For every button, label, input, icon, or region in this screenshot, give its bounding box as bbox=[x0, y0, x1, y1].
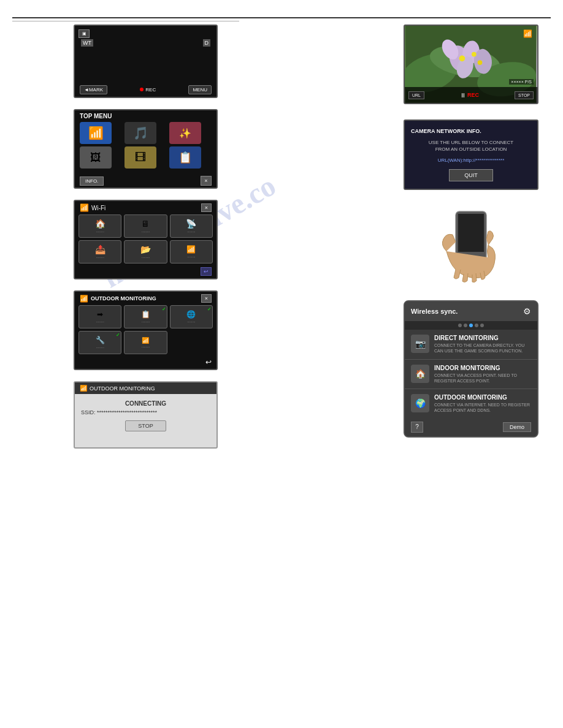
ssid-text: SSID: **************************** bbox=[81, 409, 210, 415]
rec-dot bbox=[140, 88, 144, 91]
top-rule bbox=[12, 17, 551, 18]
svg-point-11 bbox=[478, 60, 483, 65]
outdoor-monitoring-icon: 🌍 bbox=[411, 394, 429, 412]
wifi-item-pc[interactable]: 🖥 ········ bbox=[124, 214, 167, 238]
connecting-stop-button[interactable]: STOP bbox=[125, 420, 166, 431]
corner-icon: ▣ bbox=[79, 29, 90, 38]
menu-grid: 📶 🎵 ✨ 🖼 🎞 📋 bbox=[75, 122, 216, 169]
wifi-item-signal[interactable]: 📶 ········ bbox=[170, 240, 213, 264]
menu-item-wifi[interactable]: 📶 bbox=[80, 122, 112, 144]
flower-bottom-bar: URL ⏸ REC STOP bbox=[405, 87, 537, 103]
app-footer: ? Demo bbox=[405, 418, 537, 436]
demo-button[interactable]: Demo bbox=[503, 422, 531, 432]
dot-2 bbox=[464, 324, 467, 327]
direct-monitoring-icon: 📷 bbox=[411, 335, 429, 353]
dot-4 bbox=[475, 324, 478, 327]
flower-stop-button[interactable]: STOP bbox=[515, 91, 534, 99]
dot-1 bbox=[458, 324, 462, 327]
app-title: Wireless sync. bbox=[411, 308, 458, 315]
direct-monitoring-item[interactable]: 📷 DIRECT MONITORING CONNECT TO THE CAMER… bbox=[405, 330, 537, 359]
wifi-item-home[interactable]: 🏠 ········ bbox=[79, 214, 121, 238]
outdoor-monitoring-content: OUTDOOR MONITORING CONNECT VIA INTERNET.… bbox=[434, 394, 531, 413]
wifi-title-bar: 📶 Wi-Fi × bbox=[75, 201, 216, 214]
d-label: D bbox=[203, 39, 211, 47]
wifi-panel: 📶 Wi-Fi × 🏠 ········ 🖥 ········ 📡 ······… bbox=[74, 200, 218, 279]
top-rule-thin bbox=[12, 21, 239, 21]
indoor-monitoring-item[interactable]: 🏠 INDOOR MONITORING CONNECT VIA ACCESS P… bbox=[405, 360, 537, 389]
od-close-button[interactable]: × bbox=[201, 294, 212, 303]
od-item-ddns[interactable]: 📋 ✓ ········ bbox=[124, 305, 167, 328]
wifi-item-broadcast[interactable]: 📡 ········ bbox=[170, 214, 213, 238]
direct-monitoring-desc: CONNECT TO THE CAMERA DIRECTLY. YOU CAN … bbox=[434, 343, 531, 354]
menu-item-film[interactable]: 🎞 bbox=[124, 146, 156, 169]
od-item-http[interactable]: 🌐 ✓ ········ bbox=[170, 305, 213, 328]
od-title-text: 📶 OUTDOOR MONITORING bbox=[80, 295, 156, 303]
menu-item-music[interactable]: 🎵 bbox=[124, 122, 156, 144]
indoor-monitoring-content: INDOOR MONITORING CONNECT VIA ACCESS POI… bbox=[434, 365, 531, 384]
wifi-close-button[interactable]: × bbox=[201, 203, 212, 212]
flower-wifi-icon: 📶 bbox=[523, 29, 532, 38]
top-menu-title: TOP MENU bbox=[75, 110, 216, 122]
close-menu-button[interactable]: × bbox=[201, 176, 212, 186]
pause-icon: ⏸ bbox=[460, 92, 466, 99]
indoor-monitoring-title: INDOOR MONITORING bbox=[434, 365, 531, 371]
od-item-arrow[interactable]: ➡ ········ bbox=[79, 305, 121, 328]
rec-label: REC bbox=[467, 92, 479, 98]
wifi-title-text: 📶 Wi-Fi bbox=[80, 203, 105, 212]
net-info-url: URL(WAN):http://*************** bbox=[411, 157, 531, 163]
menu-bottom-bar: INFO. × bbox=[75, 174, 216, 188]
od-icon-grid: ➡ ········ 📋 ✓ ········ 🌐 ✓ ········ 🔧 ✓… bbox=[75, 305, 216, 357]
od-connecting-title: 📶 OUTDOOR MONITORING bbox=[75, 382, 216, 394]
network-info-panel: CAMERA NETWORK INFO. USE THE URL BELOW T… bbox=[404, 119, 538, 190]
hand-svg bbox=[422, 205, 520, 285]
menu-item-photo[interactable]: 🖼 bbox=[80, 146, 112, 169]
gear-icon[interactable]: ⚙ bbox=[523, 306, 531, 316]
info-button[interactable]: INFO. bbox=[80, 176, 104, 186]
od-title-bar: 📶 OUTDOOR MONITORING × bbox=[75, 292, 216, 305]
wifi-grid: 🏠 ········ 🖥 ········ 📡 ········ 📤 ·····… bbox=[75, 214, 216, 264]
net-info-body: USE THE URL BELOW TO CONNECT FROM AN OUT… bbox=[411, 139, 531, 153]
app-header: Wireless sync. ⚙ bbox=[405, 301, 537, 321]
outdoor-connecting-panel: 📶 OUTDOOR MONITORING CONNECTING SSID: **… bbox=[74, 381, 218, 449]
od-item-tool[interactable]: 🔧 ✓ ········ bbox=[79, 331, 121, 354]
record-screen-panel: ▣ WT D ◄MARK REC MENU bbox=[74, 25, 218, 98]
indoor-monitoring-desc: CONNECT VIA ACCESS POINT. NEED TO REGIST… bbox=[434, 373, 531, 384]
svg-point-9 bbox=[459, 55, 465, 61]
wifi-item-upload[interactable]: 📤 ········ bbox=[79, 240, 121, 264]
url-button[interactable]: URL bbox=[408, 91, 424, 99]
rec-area: ⏸ REC bbox=[460, 92, 479, 99]
direct-monitoring-title: DIRECT MONITORING bbox=[434, 335, 531, 341]
overlay-info: ××××× P/S bbox=[509, 79, 534, 85]
od-back-btn[interactable]: ↩ bbox=[205, 358, 212, 366]
dot-3 bbox=[469, 324, 473, 327]
menu-item-settings[interactable]: 📋 bbox=[169, 146, 201, 169]
app-dots bbox=[405, 321, 537, 330]
dot-5 bbox=[480, 324, 484, 327]
svg-point-10 bbox=[472, 52, 477, 57]
record-bottom-bar: ◄MARK REC MENU bbox=[75, 82, 216, 97]
flower-photo-panel: 📶 ××××× P/S URL ⏸ REC STOP bbox=[404, 25, 538, 104]
wifi-corner-btn[interactable]: ↩ bbox=[201, 267, 212, 276]
outdoor-monitoring-title: OUTDOOR MONITORING bbox=[434, 394, 531, 401]
outdoor-monitoring-item[interactable]: 🌍 OUTDOOR MONITORING CONNECT VIA INTERNE… bbox=[405, 389, 537, 418]
quit-button[interactable]: QUIT bbox=[449, 169, 493, 181]
wireless-sync-app-panel: Wireless sync. ⚙ 📷 DIRECT MONITORING CON… bbox=[404, 300, 538, 438]
direct-monitoring-content: DIRECT MONITORING CONNECT TO THE CAMERA … bbox=[434, 335, 531, 354]
hand-illustration bbox=[404, 202, 538, 288]
wt-label: WT bbox=[81, 39, 93, 47]
menu-item-effect[interactable]: ✨ bbox=[169, 122, 201, 144]
outdoor-monitoring-panel: 📶 OUTDOOR MONITORING × ➡ ········ 📋 ✓ ··… bbox=[74, 290, 218, 370]
right-column: 📶 ××××× P/S URL ⏸ REC STOP CAMERA NETWOR… bbox=[404, 25, 551, 438]
menu-button[interactable]: MENU bbox=[188, 85, 212, 94]
od-item-upnp[interactable]: 📶 ········ bbox=[124, 331, 167, 354]
left-column: ▣ WT D ◄MARK REC MENU TOP MENU 📶 🎵 ✨ bbox=[12, 25, 282, 460]
help-button[interactable]: ? bbox=[411, 422, 423, 433]
indoor-monitoring-icon: 🏠 bbox=[411, 365, 429, 383]
connecting-text: CONNECTING bbox=[75, 400, 216, 407]
outdoor-monitoring-desc: CONNECT VIA INTERNET. NEED TO REGISTER A… bbox=[434, 402, 531, 413]
wifi-item-folder[interactable]: 📂 ········ bbox=[124, 240, 167, 264]
net-info-title: CAMERA NETWORK INFO. bbox=[411, 128, 531, 134]
top-menu-panel: TOP MENU 📶 🎵 ✨ 🖼 🎞 📋 INFO. bbox=[74, 109, 218, 189]
mark-button[interactable]: ◄MARK bbox=[80, 85, 107, 94]
svg-rect-13 bbox=[458, 214, 484, 252]
